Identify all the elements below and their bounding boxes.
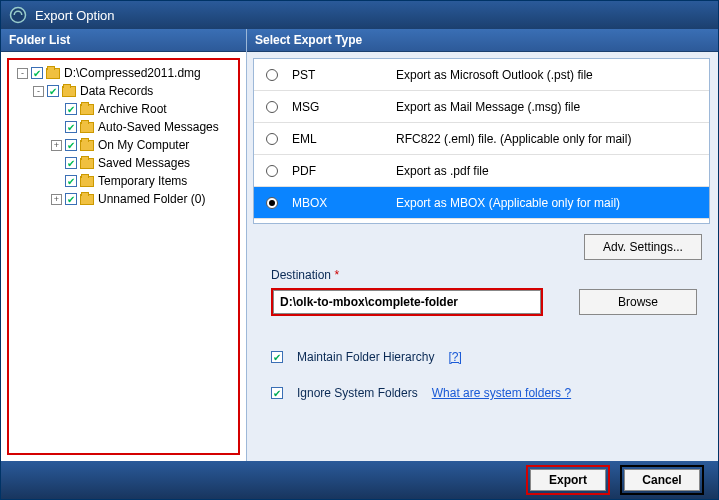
radio-icon[interactable] [266,197,278,209]
folder-list-header: Folder List [1,29,246,52]
maintain-hierarchy-label: Maintain Folder Hierarchy [297,350,434,364]
window-title: Export Option [35,8,115,23]
tree-row[interactable]: ✔Auto-Saved Messages [11,118,236,136]
tree-label: Archive Root [98,102,167,116]
tree-checkbox[interactable]: ✔ [47,85,59,97]
maintain-hierarchy-help-link[interactable]: [?] [448,350,461,364]
tree-row[interactable]: +✔Unnamed Folder (0) [11,190,236,208]
ignore-system-folders-checkbox[interactable]: ✔ [271,387,283,399]
export-type-row[interactable]: MSGExport as Mail Message (.msg) file [254,91,709,123]
type-code: EML [292,132,396,146]
footer: Export Cancel [1,461,718,499]
type-desc: Export as MBOX (Applicable only for mail… [396,196,620,210]
radio-icon[interactable] [266,133,278,145]
folder-icon [80,122,94,133]
type-desc: Export as Microsoft Outlook (.pst) file [396,68,593,82]
expander-icon[interactable]: + [51,194,62,205]
tree-checkbox[interactable]: ✔ [65,121,77,133]
type-desc: Export as Mail Message (.msg) file [396,100,580,114]
export-type-panel: Select Export Type PSTExport as Microsof… [247,29,718,461]
type-code: PDF [292,164,396,178]
radio-icon[interactable] [266,101,278,113]
destination-label: Destination * [247,266,718,288]
export-type-list[interactable]: PSTExport as Microsoft Outlook (.pst) fi… [253,58,710,224]
expander-icon[interactable]: - [33,86,44,97]
folder-icon [80,158,94,169]
tree-row[interactable]: ✔Temporary Items [11,172,236,190]
tree-checkbox[interactable]: ✔ [65,139,77,151]
tree-checkbox[interactable]: ✔ [65,103,77,115]
system-folders-help-link[interactable]: What are system folders ? [432,386,571,400]
tree-label: Data Records [80,84,153,98]
cancel-button[interactable]: Cancel [624,469,700,491]
expander-icon[interactable]: - [17,68,28,79]
tree-row[interactable]: +✔On My Computer [11,136,236,154]
tree-label: Auto-Saved Messages [98,120,219,134]
folder-icon [80,176,94,187]
tree-checkbox[interactable]: ✔ [65,175,77,187]
folder-tree[interactable]: -✔D:\Compressed2011.dmg-✔Data Records✔Ar… [7,58,240,455]
tree-checkbox[interactable]: ✔ [31,67,43,79]
app-logo-icon [9,6,27,24]
expander-icon[interactable]: + [51,140,62,151]
export-type-row[interactable]: PDFExport as .pdf file [254,155,709,187]
export-type-row[interactable]: EMLRFC822 (.eml) file. (Applicable only … [254,123,709,155]
type-code: PST [292,68,396,82]
maintain-hierarchy-checkbox[interactable]: ✔ [271,351,283,363]
type-code: MSG [292,100,396,114]
tree-label: On My Computer [98,138,189,152]
ignore-system-folders-label: Ignore System Folders [297,386,418,400]
adv-settings-button[interactable]: Adv. Settings... [584,234,702,260]
type-desc: Export as .pdf file [396,164,489,178]
svg-point-0 [11,8,26,23]
export-type-header: Select Export Type [247,29,718,52]
type-code: MBOX [292,196,396,210]
tree-row[interactable]: -✔Data Records [11,82,236,100]
destination-input[interactable] [273,290,541,314]
tree-checkbox[interactable]: ✔ [65,157,77,169]
tree-label: Unnamed Folder (0) [98,192,205,206]
folder-icon [80,140,94,151]
tree-row[interactable]: -✔D:\Compressed2011.dmg [11,64,236,82]
titlebar: Export Option [1,1,718,29]
tree-checkbox[interactable]: ✔ [65,193,77,205]
radio-icon[interactable] [266,69,278,81]
folder-icon [62,86,76,97]
type-desc: RFC822 (.eml) file. (Applicable only for… [396,132,631,146]
folder-icon [46,68,60,79]
tree-label: D:\Compressed2011.dmg [64,66,201,80]
export-type-row[interactable]: MBOXExport as MBOX (Applicable only for … [254,187,709,219]
tree-label: Saved Messages [98,156,190,170]
export-button[interactable]: Export [530,469,606,491]
tree-row[interactable]: ✔Archive Root [11,100,236,118]
export-type-row[interactable]: PSTExport as Microsoft Outlook (.pst) fi… [254,59,709,91]
folder-list-panel: Folder List -✔D:\Compressed2011.dmg-✔Dat… [1,29,247,461]
tree-row[interactable]: ✔Saved Messages [11,154,236,172]
radio-icon[interactable] [266,165,278,177]
folder-icon [80,104,94,115]
browse-button[interactable]: Browse [579,289,697,315]
folder-icon [80,194,94,205]
tree-label: Temporary Items [98,174,187,188]
